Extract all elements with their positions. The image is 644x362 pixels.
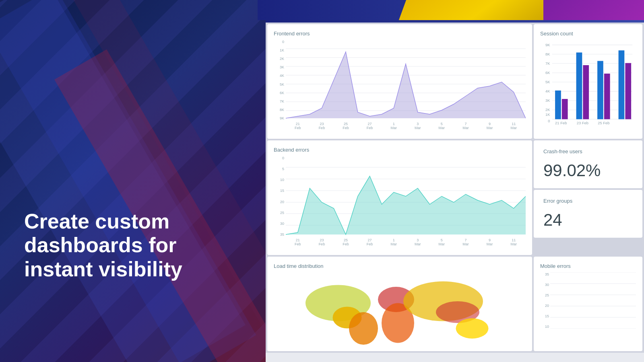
backend-errors-title: Backend errors: [274, 147, 526, 153]
crash-free-title: Crash-free users: [543, 148, 633, 154]
error-groups-card: Error groups 24: [534, 190, 642, 238]
backend-errors-svg-area: [286, 156, 526, 237]
svg-text:5K: 5K: [545, 80, 550, 84]
frontend-errors-svg: [286, 40, 526, 120]
svg-text:21 Feb: 21 Feb: [555, 121, 567, 124]
backend-errors-svg: [286, 156, 526, 237]
svg-point-51: [456, 318, 489, 338]
backend-y-axis: 35 30 25 20 15 10 5 0: [274, 156, 286, 237]
session-count-title: Session count: [540, 31, 636, 37]
dashboard-grid: Frontend errors 9K 8K 7K 6K 5K 4K 3K 2K …: [266, 23, 644, 353]
hero-text: Create custom dashboards for instant vis…: [24, 210, 242, 282]
svg-rect-28: [562, 99, 568, 119]
crash-free-value: 99.02%: [543, 161, 633, 180]
frontend-errors-svg-area: [286, 40, 526, 120]
session-count-chart: 9K 8K 7K 6K 5K 4K 3K 2K 1K 0: [540, 40, 636, 124]
hero-line1: Create custom: [24, 210, 169, 233]
world-map-svg: [274, 272, 526, 345]
frontend-errors-title: Frontend errors: [274, 31, 526, 37]
mobile-errors-title: Mobile errors: [540, 263, 636, 269]
dashboard-panel: Applications ▾ Dashboards ▾ Alerting Fro…: [266, 0, 644, 362]
svg-rect-29: [576, 53, 582, 119]
crash-free-card: Crash-free users 99.02%: [534, 140, 642, 188]
mobile-errors-chart-area: 35 30 25 20 15 10: [540, 272, 636, 337]
mobile-errors-svg: [550, 272, 636, 329]
backend-x-axis: 21Feb 23Feb 25Feb 27Feb 1Mar 3Mar 5Mar 7…: [286, 237, 526, 249]
svg-rect-33: [619, 50, 625, 119]
frontend-y-axis: 9K 8K 7K 6K 5K 4K 3K 2K 1K 0: [274, 40, 286, 120]
hero-line2: dashboards for: [24, 233, 177, 257]
frontend-x-axis: 21Feb 23Feb 25Feb 27Feb 1Mar 3Mar 5Mar 7…: [286, 120, 526, 132]
top-decoration: [258, 0, 644, 20]
load-time-title: Load time distribution: [274, 263, 526, 269]
svg-text:4K: 4K: [545, 89, 550, 93]
hero-line3: instant visibility: [24, 257, 182, 281]
svg-rect-34: [625, 63, 631, 119]
svg-rect-32: [604, 74, 610, 119]
svg-text:8K: 8K: [545, 52, 550, 56]
svg-rect-30: [583, 65, 589, 119]
error-groups-title: Error groups: [543, 198, 633, 204]
svg-point-46: [349, 312, 378, 345]
svg-text:23 Feb: 23 Feb: [577, 121, 588, 124]
svg-rect-31: [597, 61, 603, 119]
svg-rect-27: [555, 90, 561, 119]
svg-text:25 Feb: 25 Feb: [598, 121, 609, 124]
frontend-errors-chart: 9K 8K 7K 6K 5K 4K 3K 2K 1K 0: [274, 40, 526, 132]
svg-text:1K: 1K: [545, 112, 550, 117]
svg-text:0: 0: [548, 119, 550, 123]
world-map: [274, 272, 526, 345]
session-count-svg: 9K 8K 7K 6K 5K 4K 3K 2K 1K 0: [540, 40, 636, 124]
session-count-card: Session count 9K 8K 7K 6K 5K 4K 3K 2K 1K…: [534, 24, 642, 139]
right-stats-col: Crash-free users 99.02% Error groups 24: [534, 140, 642, 255]
svg-text:7K: 7K: [545, 61, 550, 66]
backend-errors-card: Backend errors 35 30 25 20 15 10 5 0: [267, 140, 532, 255]
mobile-errors-card: Mobile errors 35 30 25 20 15 10: [534, 257, 642, 351]
svg-text:9K: 9K: [545, 43, 550, 47]
svg-text:3K: 3K: [545, 98, 550, 103]
svg-text:6K: 6K: [545, 70, 550, 75]
error-groups-value: 24: [543, 210, 633, 230]
load-time-card: Load time distribution: [267, 257, 532, 351]
backend-errors-chart: 35 30 25 20 15 10 5 0: [274, 156, 526, 249]
svg-text:2K: 2K: [545, 107, 550, 112]
frontend-errors-card: Frontend errors 9K 8K 7K 6K 5K 4K 3K 2K …: [267, 24, 532, 139]
hero-panel: Create custom dashboards for instant vis…: [0, 0, 266, 362]
